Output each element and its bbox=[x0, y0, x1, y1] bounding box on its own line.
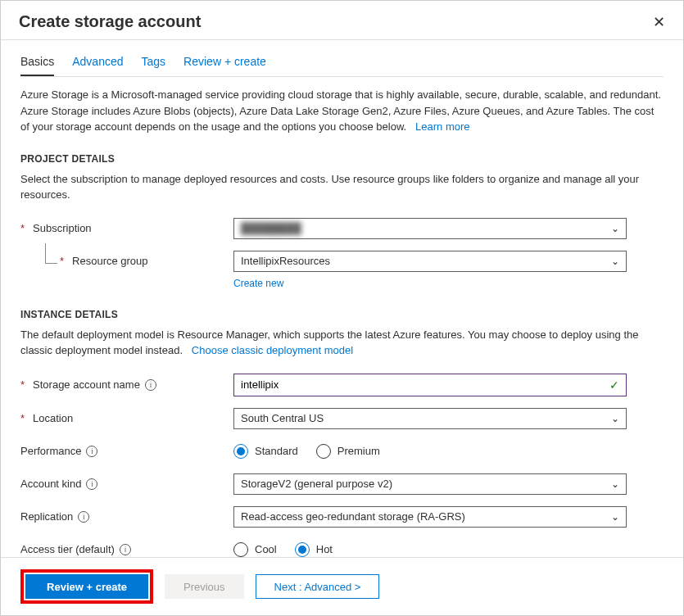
access-tier-label: Access tier (default) i bbox=[20, 543, 233, 555]
close-button[interactable]: ✕ bbox=[653, 13, 665, 31]
instance-details-desc: The default deployment model is Resource… bbox=[20, 327, 664, 359]
performance-standard-radio[interactable]: Standard bbox=[233, 444, 298, 459]
tab-review-create[interactable]: Review + create bbox=[183, 55, 266, 76]
create-storage-account-panel: Create storage account ✕ Basics Advanced… bbox=[0, 0, 684, 616]
replication-label: Replication i bbox=[20, 510, 233, 523]
storage-account-name-input-wrapper: ✓ bbox=[233, 374, 627, 396]
project-details-heading: PROJECT DETAILS bbox=[20, 153, 664, 165]
account-kind-value: StorageV2 (general purpose v2) bbox=[241, 478, 392, 490]
access-tier-hot-radio[interactable]: Hot bbox=[295, 542, 333, 557]
learn-more-link[interactable]: Learn more bbox=[415, 120, 469, 133]
intro-text: Azure Storage is a Microsoft-managed ser… bbox=[20, 87, 664, 135]
close-icon: ✕ bbox=[653, 14, 665, 30]
required-asterisk: * bbox=[20, 378, 25, 391]
tab-bar: Basics Advanced Tags Review + create bbox=[20, 40, 664, 77]
replication-row: Replication i Read-access geo-redundant … bbox=[20, 506, 664, 528]
tab-advanced[interactable]: Advanced bbox=[72, 55, 123, 76]
panel-header: Create storage account ✕ bbox=[1, 1, 683, 39]
checkmark-icon: ✓ bbox=[609, 378, 619, 392]
create-new-link[interactable]: Create new bbox=[233, 278, 283, 289]
resource-group-value: IntellipixResources bbox=[241, 255, 330, 267]
required-asterisk: * bbox=[20, 222, 25, 234]
resource-group-row: * Resource group IntellipixResources ⌄ bbox=[20, 251, 664, 272]
instance-details-heading: INSTANCE DETAILS bbox=[20, 309, 664, 320]
info-icon[interactable]: i bbox=[86, 478, 97, 490]
review-create-highlight: Review + create bbox=[20, 569, 153, 604]
chevron-down-icon: ⌄ bbox=[611, 256, 619, 267]
storage-account-name-row: * Storage account name i ✓ bbox=[20, 374, 664, 396]
performance-label: Performance i bbox=[20, 445, 233, 457]
radio-icon bbox=[233, 542, 248, 557]
replication-dropdown[interactable]: Read-access geo-redundant storage (RA-GR… bbox=[233, 506, 627, 528]
replication-value: Read-access geo-redundant storage (RA-GR… bbox=[241, 510, 465, 523]
storage-account-name-label: * Storage account name i bbox=[20, 378, 233, 391]
next-advanced-button[interactable]: Next : Advanced > bbox=[256, 574, 380, 599]
resource-group-label: * Resource group bbox=[20, 255, 233, 267]
resource-group-dropdown[interactable]: IntellipixResources ⌄ bbox=[233, 251, 627, 272]
previous-button: Previous bbox=[165, 574, 244, 599]
location-value: South Central US bbox=[241, 412, 324, 424]
radio-icon bbox=[295, 542, 310, 557]
radio-icon bbox=[316, 444, 331, 459]
tab-basics[interactable]: Basics bbox=[20, 55, 54, 76]
review-create-button[interactable]: Review + create bbox=[25, 574, 148, 599]
performance-premium-radio[interactable]: Premium bbox=[316, 444, 380, 459]
chevron-down-icon: ⌄ bbox=[611, 478, 619, 490]
account-kind-row: Account kind i StorageV2 (general purpos… bbox=[20, 473, 664, 495]
storage-account-name-input[interactable] bbox=[241, 378, 603, 391]
location-label: * Location bbox=[20, 412, 233, 424]
subscription-label: * Subscription bbox=[20, 222, 233, 234]
subscription-value: ████████ bbox=[241, 222, 301, 234]
info-icon[interactable]: i bbox=[120, 544, 131, 555]
tab-tags[interactable]: Tags bbox=[142, 55, 166, 76]
panel-content: Basics Advanced Tags Review + create Azu… bbox=[1, 40, 683, 557]
access-tier-row: Access tier (default) i Cool Hot bbox=[20, 539, 664, 558]
required-asterisk: * bbox=[20, 412, 25, 424]
info-icon[interactable]: i bbox=[86, 446, 97, 457]
project-details-desc: Select the subscription to manage deploy… bbox=[20, 171, 664, 203]
info-icon[interactable]: i bbox=[78, 511, 89, 523]
location-row: * Location South Central US ⌄ bbox=[20, 408, 664, 429]
account-kind-label: Account kind i bbox=[20, 478, 233, 490]
choose-classic-link[interactable]: Choose classic deployment model bbox=[192, 344, 353, 356]
info-icon[interactable]: i bbox=[145, 379, 156, 391]
required-asterisk: * bbox=[60, 255, 64, 267]
subscription-dropdown[interactable]: ████████ ⌄ bbox=[233, 218, 627, 239]
performance-row: Performance i Standard Premium bbox=[20, 441, 664, 462]
location-dropdown[interactable]: South Central US ⌄ bbox=[233, 408, 627, 429]
radio-icon bbox=[233, 444, 248, 459]
access-tier-cool-radio[interactable]: Cool bbox=[233, 542, 277, 557]
panel-footer: Review + create Previous Next : Advanced… bbox=[1, 557, 683, 615]
page-title: Create storage account bbox=[19, 12, 201, 31]
chevron-down-icon: ⌄ bbox=[611, 511, 619, 523]
subscription-row: * Subscription ████████ ⌄ bbox=[20, 218, 664, 239]
chevron-down-icon: ⌄ bbox=[611, 223, 619, 234]
chevron-down-icon: ⌄ bbox=[611, 413, 619, 424]
account-kind-dropdown[interactable]: StorageV2 (general purpose v2) ⌄ bbox=[233, 473, 627, 495]
